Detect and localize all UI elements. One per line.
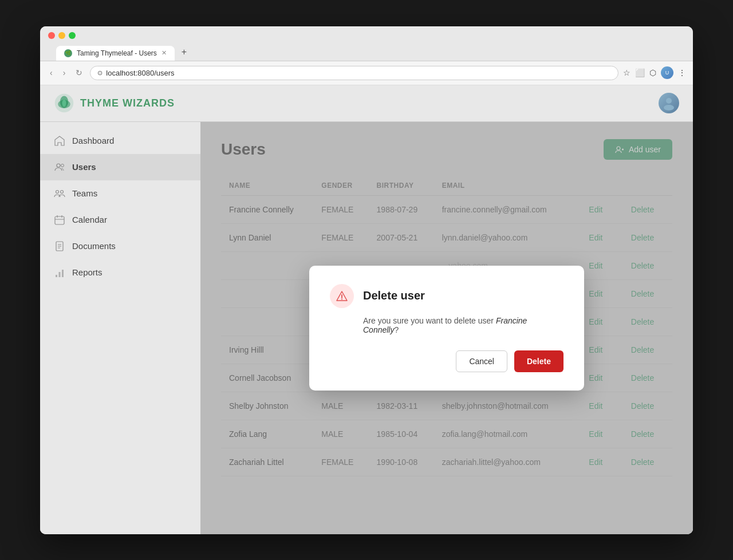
- close-button[interactable]: [48, 32, 55, 39]
- users-icon: [54, 161, 65, 173]
- delete-user-modal: Delete user Are you sure you want to del…: [309, 266, 584, 391]
- modal-header: Delete user: [330, 284, 563, 308]
- home-icon: [54, 135, 65, 147]
- user-avatar[interactable]: [659, 93, 679, 113]
- tab-favicon: 🌿: [64, 49, 72, 57]
- browser-nav: ‹ › ↻ ⊙ localhost:8080/users ☆ ⬜ ⬡ U ⋮: [40, 61, 693, 85]
- sidebar-item-dashboard[interactable]: Dashboard: [40, 128, 200, 154]
- sidebar: Dashboard Users: [40, 122, 200, 534]
- app-header: THYME WIZARDS: [40, 85, 693, 122]
- address-bar[interactable]: ⊙ localhost:8080/users: [90, 66, 618, 80]
- warning-icon: [330, 284, 354, 308]
- brand-name: THYME WIZARDS: [80, 97, 175, 109]
- documents-icon: [54, 240, 65, 252]
- menu-icon[interactable]: ⋮: [678, 68, 686, 77]
- modal-actions: Cancel Delete: [330, 350, 563, 372]
- brand: THYME WIZARDS: [54, 93, 175, 113]
- svg-rect-20: [59, 272, 61, 277]
- svg-point-26: [341, 298, 342, 299]
- sidebar-label-users: Users: [72, 162, 96, 172]
- browser-toolbar-icons: ☆ ⬜ ⬡ U ⋮: [623, 66, 686, 79]
- back-button[interactable]: ‹: [47, 67, 56, 78]
- sidebar-label-teams: Teams: [72, 188, 97, 198]
- sidebar-item-teams[interactable]: Teams: [40, 180, 200, 207]
- svg-rect-21: [62, 270, 64, 277]
- triangle-warning-icon: [336, 290, 348, 302]
- cancel-button[interactable]: Cancel: [456, 350, 507, 372]
- browser-tabs: 🌿 Taming Thymeleaf - Users ✕ +: [56, 44, 685, 61]
- extensions-icon[interactable]: ⬡: [649, 68, 656, 77]
- main-content: Users Add user NAME: [200, 122, 693, 534]
- svg-point-4: [62, 100, 66, 107]
- reports-icon: [54, 267, 65, 278]
- teams-icon: [54, 188, 65, 199]
- forward-button[interactable]: ›: [60, 67, 69, 78]
- minimize-button[interactable]: [58, 32, 65, 39]
- sidebar-item-reports[interactable]: Reports: [40, 259, 200, 286]
- new-tab-button[interactable]: +: [176, 44, 192, 61]
- app-body: Dashboard Users: [40, 122, 693, 534]
- sidebar-label-calendar: Calendar: [72, 215, 107, 224]
- delete-confirm-button[interactable]: Delete: [514, 350, 563, 372]
- sidebar-item-users[interactable]: Users: [40, 154, 200, 180]
- calendar-icon: [54, 214, 65, 226]
- sidebar-item-documents[interactable]: Documents: [40, 233, 200, 259]
- sidebar-label-dashboard: Dashboard: [72, 136, 114, 145]
- tab-close-button[interactable]: ✕: [161, 49, 167, 57]
- url-text: localhost:8080/users: [106, 69, 174, 77]
- brand-logo-icon: [54, 93, 74, 113]
- lock-icon: ⊙: [97, 69, 103, 77]
- svg-rect-19: [56, 275, 57, 277]
- modal-body: Are you sure you want to delete user Fra…: [330, 316, 563, 334]
- browser-controls: [48, 32, 685, 39]
- svg-point-10: [61, 190, 64, 193]
- modal-title: Delete user: [363, 289, 425, 302]
- cast-icon[interactable]: ⬜: [635, 68, 645, 77]
- svg-point-7: [57, 164, 60, 167]
- svg-point-8: [61, 164, 64, 167]
- profile-icon[interactable]: U: [661, 66, 673, 79]
- reload-button[interactable]: ↻: [73, 67, 85, 78]
- app-wrapper: THYME WIZARDS Dashboard: [40, 85, 693, 534]
- svg-rect-11: [55, 216, 64, 224]
- sidebar-label-reports: Reports: [72, 267, 103, 277]
- sidebar-label-documents: Documents: [72, 241, 116, 251]
- svg-point-5: [666, 98, 672, 104]
- svg-point-6: [664, 105, 674, 111]
- browser-window: 🌿 Taming Thymeleaf - Users ✕ + ‹ › ↻ ⊙ l…: [40, 26, 693, 534]
- delete-modal-overlay: Delete user Are you sure you want to del…: [200, 122, 693, 534]
- browser-titlebar: 🌿 Taming Thymeleaf - Users ✕ +: [40, 26, 693, 61]
- svg-point-9: [56, 190, 59, 193]
- bookmark-icon[interactable]: ☆: [623, 68, 630, 77]
- sidebar-item-calendar[interactable]: Calendar: [40, 207, 200, 233]
- maximize-button[interactable]: [69, 32, 76, 39]
- active-tab[interactable]: 🌿 Taming Thymeleaf - Users ✕: [56, 46, 175, 61]
- tab-title: Taming Thymeleaf - Users: [77, 49, 157, 57]
